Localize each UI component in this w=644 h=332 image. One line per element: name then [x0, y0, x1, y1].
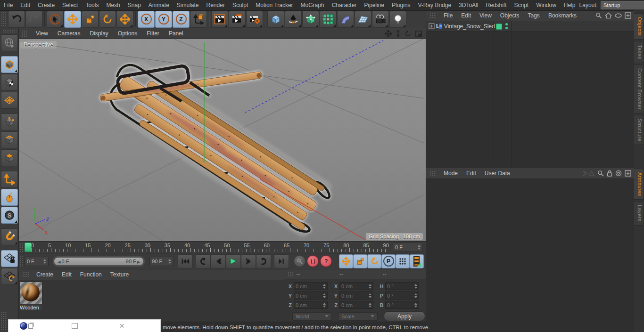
timeline-grip[interactable] [20, 243, 24, 252]
object-row[interactable]: L0 Vintage_Snow_Sled [426, 21, 635, 32]
menu-item[interactable]: File [0, 2, 17, 8]
expand-icon[interactable] [429, 23, 435, 29]
viewport-solo-button[interactable] [1, 189, 18, 206]
home-icon[interactable] [605, 12, 612, 19]
key-pla-toggle[interactable] [396, 254, 410, 268]
stepper-arrows-icon[interactable] [414, 292, 417, 300]
key-parameter-toggle[interactable]: P [381, 254, 396, 268]
menu-item[interactable]: MoGraph [297, 2, 328, 8]
timeline-ruler[interactable]: 051015202530354045505560657075808590 0 F [19, 241, 426, 253]
add-panel-icon[interactable] [625, 12, 631, 19]
material-item[interactable]: Wooden [20, 282, 41, 310]
add-panel-icon[interactable] [625, 170, 631, 177]
panel-tab[interactable]: Content Browser [634, 65, 644, 113]
stepper-arrows-icon[interactable] [323, 283, 326, 290]
stepper-arrows-icon[interactable] [369, 292, 372, 300]
menu-item[interactable]: Simulate [173, 2, 203, 8]
mode-toolbar-grip[interactable] [2, 29, 17, 33]
material-menu-item[interactable]: Texture [106, 271, 133, 278]
attribute-menu-item[interactable]: Edit [462, 170, 480, 177]
stepper-arrows-icon[interactable] [168, 258, 171, 265]
autokey-button[interactable]: ( ) [307, 255, 319, 267]
material-menu-item[interactable]: Edit [58, 271, 76, 278]
lock-y-axis-button[interactable]: Y [155, 11, 172, 28]
range-right-arrow-icon[interactable]: ▶ [136, 260, 140, 264]
rotation-input[interactable]: 0 ° [385, 282, 419, 290]
make-editable-button[interactable] [1, 34, 18, 51]
object-manager-menu-item[interactable]: Edit [457, 12, 475, 19]
frame-range-slider[interactable]: ◀ 0 F 90 F ▶ [52, 256, 145, 267]
viewport-canvas[interactable]: Y Z X Perspective Grid Spacing : 100 cm [19, 39, 426, 242]
attribute-body[interactable] [426, 179, 635, 332]
stepper-arrows-icon[interactable] [43, 258, 46, 265]
close-icon[interactable]: × [119, 322, 124, 330]
viewport-menu-item[interactable]: Display [85, 30, 113, 37]
menu-item[interactable]: Pipeline [360, 2, 388, 8]
attribute-menu-item[interactable]: User Data [480, 170, 514, 177]
menu-item[interactable]: Plugins [388, 2, 414, 8]
add-subdivision-surface-button[interactable] [302, 11, 319, 28]
search-icon[interactable] [595, 12, 602, 19]
zoom-view-icon[interactable] [395, 30, 401, 37]
editor-visibility-dot[interactable] [505, 23, 508, 25]
panel-tab[interactable]: Objects [634, 13, 644, 40]
next-frame-button[interactable] [241, 254, 256, 268]
object-tree[interactable]: L0 Vintage_Snow_Sled [426, 21, 635, 167]
stepper-arrows-icon[interactable] [418, 243, 421, 251]
render-to-picture-viewer-button[interactable] [229, 11, 246, 28]
menu-item[interactable]: Create [34, 2, 58, 8]
material-name[interactable]: Wooden [20, 305, 41, 310]
menu-item[interactable]: 3DToAll [455, 2, 482, 8]
object-manager-menu-item[interactable]: Tags [524, 12, 544, 19]
redo-button[interactable] [25, 11, 42, 28]
menu-item[interactable]: V-Ray Bridge [414, 2, 455, 8]
toolbar-grip[interactable] [1, 11, 6, 27]
stepper-arrows-icon[interactable] [323, 301, 326, 309]
snap-settings-button[interactable]: S [1, 207, 18, 224]
panel-tab[interactable]: Takes [634, 41, 644, 63]
goto-end-button[interactable] [274, 254, 289, 268]
search-icon[interactable] [597, 170, 604, 177]
rotate-tool-button[interactable] [99, 11, 116, 28]
menu-item[interactable]: Script [510, 2, 532, 8]
stepper-arrows-icon[interactable] [369, 283, 372, 290]
target-icon[interactable] [615, 170, 622, 177]
menu-item[interactable]: Character [328, 2, 361, 8]
key-scale-toggle[interactable] [353, 254, 367, 268]
enable-axis-button[interactable] [1, 171, 18, 188]
rotate-view-icon[interactable] [405, 30, 412, 37]
attribute-menu-item[interactable]: Mode [439, 170, 462, 177]
open-timeline-button[interactable] [410, 254, 424, 268]
toggle-panel-icon[interactable] [415, 31, 422, 37]
add-spline-button[interactable] [285, 11, 302, 28]
texture-mode-button[interactable] [1, 74, 18, 91]
model-mode-button[interactable] [1, 56, 18, 73]
add-camera-button[interactable] [372, 11, 389, 28]
key-rotation-toggle[interactable] [367, 254, 381, 268]
play-button[interactable] [226, 254, 241, 268]
move-tool-button[interactable] [64, 11, 81, 28]
object-manager-menu-item[interactable]: Objects [496, 12, 524, 19]
menu-item[interactable]: Motion Tracker [252, 2, 297, 8]
live-selection-button[interactable] [47, 11, 64, 28]
viewport-menu-item[interactable]: View [31, 30, 53, 37]
material-menu-item[interactable]: Create [32, 271, 58, 278]
current-frame-field[interactable]: 0 F [25, 257, 49, 266]
stepper-arrows-icon[interactable] [369, 301, 372, 309]
workplane-transform-button[interactable] [1, 268, 18, 285]
transport-grip[interactable] [20, 256, 23, 267]
enable-snap-button[interactable] [1, 228, 18, 245]
camera-label[interactable]: Perspective [20, 41, 57, 49]
transform-mode-dropdown[interactable]: Scale [338, 312, 378, 321]
coordinate-system-button[interactable] [190, 11, 207, 28]
menu-item[interactable]: Select [58, 2, 82, 8]
menu-item[interactable]: Tools [82, 2, 102, 8]
add-light-button[interactable] [389, 11, 406, 28]
stepper-arrows-icon[interactable] [414, 283, 417, 290]
object-manager-menu-item[interactable]: View [475, 12, 496, 19]
coordinate-system-dropdown[interactable]: World [292, 312, 332, 321]
rotation-input[interactable]: 0 ° [385, 301, 419, 309]
material-menu-item[interactable]: Function [76, 271, 106, 278]
layer-color-chip[interactable] [496, 24, 502, 30]
keying-options-button[interactable]: ? [320, 255, 332, 267]
